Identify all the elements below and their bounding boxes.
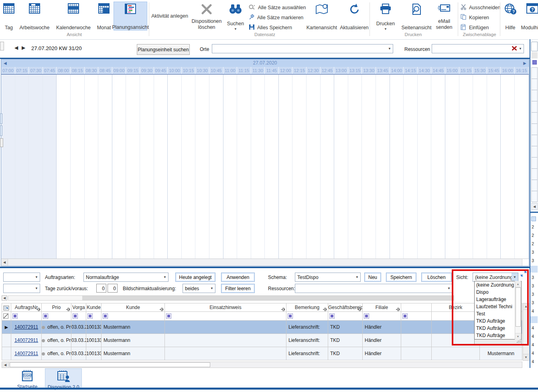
cell-kunde-nr[interactable]: 100133 xyxy=(86,334,102,347)
tab-startseite[interactable]: TODAY Startseite xyxy=(11,368,43,387)
filter-cell[interactable] xyxy=(102,312,165,321)
scroll-left-icon[interactable]: ◀ xyxy=(531,203,538,210)
chevron-down-icon[interactable]: ▼ xyxy=(33,275,40,279)
week-number[interactable]: 4 xyxy=(530,341,538,349)
week-number[interactable] xyxy=(530,316,538,323)
timeline-column[interactable] xyxy=(251,75,265,259)
filter-icon[interactable] xyxy=(329,313,335,319)
chevron-down-icon[interactable]: ▼ xyxy=(354,275,360,279)
timeline-column[interactable] xyxy=(182,75,196,259)
cell-geschaeftsbereich[interactable]: TKD xyxy=(328,347,363,360)
filter-cell[interactable] xyxy=(328,312,363,321)
ribbon-button-arbeitswoche[interactable]: Arbeitswoche xyxy=(17,2,52,30)
timeline-column[interactable] xyxy=(473,75,487,259)
tage-voraus-input[interactable]: 0 xyxy=(108,284,118,293)
week-number[interactable]: 2 xyxy=(530,240,538,248)
week-number[interactable]: 3 xyxy=(530,257,538,265)
column-header-bemerkung[interactable]: Bemerkung xyxy=(286,303,328,312)
ribbon-button-seitenansicht[interactable]: Seitenansicht xyxy=(399,2,434,30)
left-dock-tab[interactable] xyxy=(0,125,2,136)
timeline-column[interactable] xyxy=(501,75,515,259)
cell-prio[interactable]: offen, o. Prio xyxy=(42,347,71,360)
chevron-down-icon[interactable]: ▼ xyxy=(446,287,452,290)
left-panel-handle[interactable] xyxy=(0,42,4,51)
scroll-left-icon[interactable]: ◀ xyxy=(4,59,7,67)
scrollbar-thumb[interactable] xyxy=(10,362,210,367)
column-header-vorga[interactable]: Vorga xyxy=(71,303,86,312)
right-panel-mini-icon[interactable] xyxy=(531,216,536,221)
filter-cell[interactable] xyxy=(363,312,401,321)
timeline-column[interactable] xyxy=(209,75,223,259)
cell-auftragsnr[interactable]: 140072911 xyxy=(11,347,42,360)
planungseinheit-suchen-button[interactable]: Planungseinheit suchen xyxy=(137,44,190,55)
scroll-down-icon[interactable]: ▼ xyxy=(523,354,529,360)
ressourcen-combobox[interactable]: ▼ xyxy=(432,44,524,53)
filter-combobox-1[interactable]: ▼ xyxy=(3,273,40,282)
bildschirmaktualisierung-combobox[interactable]: beides▼ xyxy=(183,284,215,293)
timeline-column[interactable] xyxy=(334,75,348,259)
column-header-prio[interactable]: Prio xyxy=(42,303,71,312)
filter-icon[interactable] xyxy=(73,313,78,319)
ribbon-button-aktualisieren[interactable]: Aktualisieren xyxy=(340,2,368,30)
cell-prio[interactable]: offen, o. Prio xyxy=(42,321,71,334)
timeline-column[interactable] xyxy=(292,75,307,259)
cell-kunde-nr[interactable]: 100133 xyxy=(86,321,102,334)
cell-vorga[interactable]: 03.03.2 xyxy=(71,347,86,360)
column-header-auftragsnr[interactable]: AuftragsNr xyxy=(11,303,42,312)
cell-kunde[interactable]: Mustermann xyxy=(102,347,165,360)
pin-icon[interactable] xyxy=(323,306,327,312)
column-header-filiale[interactable]: Filiale xyxy=(363,303,401,312)
cell-geschaeftsbereich[interactable]: TKD xyxy=(328,334,363,347)
cell-bemerkung[interactable]: Lieferanschrift: xyxy=(286,347,328,360)
cell-bemerkung[interactable]: Lieferanschrift: xyxy=(286,321,328,334)
cell-kunde[interactable]: Mustermann xyxy=(102,334,165,347)
timeline-column[interactable] xyxy=(265,75,279,259)
cell-empty[interactable] xyxy=(401,334,432,347)
neu-button[interactable]: Neu xyxy=(364,273,381,282)
pin-icon[interactable] xyxy=(36,306,41,312)
ribbon-button-einfuegen[interactable]: Einfügen xyxy=(461,23,489,32)
heute-angelegt-button[interactable]: Heute angelegt xyxy=(175,273,215,282)
chevron-down-icon[interactable]: ▼ xyxy=(386,47,393,51)
ribbon-button-monat[interactable]: Monat xyxy=(95,2,113,30)
row-selector-cell[interactable] xyxy=(2,334,11,347)
column-header-kunde[interactable]: Kunde xyxy=(102,303,165,312)
table-row[interactable]: 140072911 offen, o. Prio 03.03.2 100133 … xyxy=(2,334,522,347)
ribbon-button-kalenderwoche[interactable]: Kalenderwoche xyxy=(53,2,94,30)
timeline-column[interactable] xyxy=(321,75,335,259)
week-number[interactable]: 4 xyxy=(530,307,538,315)
tage-zurueck-input[interactable]: 0 xyxy=(96,284,106,293)
pin-icon[interactable] xyxy=(281,306,285,312)
timeline-column[interactable] xyxy=(112,75,126,259)
week-number[interactable]: 4 xyxy=(530,324,538,332)
cell-empty[interactable] xyxy=(401,321,432,334)
scrollbar-thumb[interactable] xyxy=(82,296,454,300)
grid-horizontal-scrollbar[interactable]: ◀ xyxy=(2,362,522,368)
cell-filiale[interactable]: Händler xyxy=(363,347,401,360)
timeline-column[interactable] xyxy=(29,75,43,259)
timeline-horizontal-scrollbar[interactable]: ◀ xyxy=(1,259,529,266)
scrollbar-end-box[interactable] xyxy=(522,259,529,266)
scroll-right-icon[interactable]: ▶ xyxy=(523,59,526,67)
timeline-column[interactable] xyxy=(15,75,29,259)
week-number[interactable]: 3 xyxy=(530,299,538,307)
week-number[interactable]: 3 xyxy=(530,273,538,282)
ribbon-button-tag[interactable]: Tag xyxy=(1,2,17,30)
timeline-column[interactable] xyxy=(57,75,71,259)
timeline-column[interactable] xyxy=(362,75,376,259)
column-header-geschaeftsbereich[interactable]: Geschäftsbereic xyxy=(328,303,363,312)
timeline-column[interactable] xyxy=(223,75,238,259)
timeline-column[interactable] xyxy=(98,75,112,259)
cell-einsatzhinweis[interactable] xyxy=(165,347,286,360)
cell-bezirk[interactable] xyxy=(432,347,480,360)
ribbon-button-dispositionen-loeschen[interactable]: Dispositionen löschen xyxy=(190,2,223,30)
tab-disposition-2-0[interactable]: Disposition 2.0 xyxy=(45,368,82,387)
timeline-column[interactable] xyxy=(1,75,15,259)
auftragsarten-combobox[interactable]: Normalaufträge▼ xyxy=(83,273,169,282)
timeline-column[interactable] xyxy=(154,75,168,259)
cell-filiale[interactable]: Händler xyxy=(363,334,401,347)
filter-icon[interactable] xyxy=(166,313,171,319)
week-number[interactable]: 2 xyxy=(530,231,538,240)
row-selector-cell[interactable]: ▶ xyxy=(2,321,11,334)
timeline-column[interactable] xyxy=(445,75,459,259)
